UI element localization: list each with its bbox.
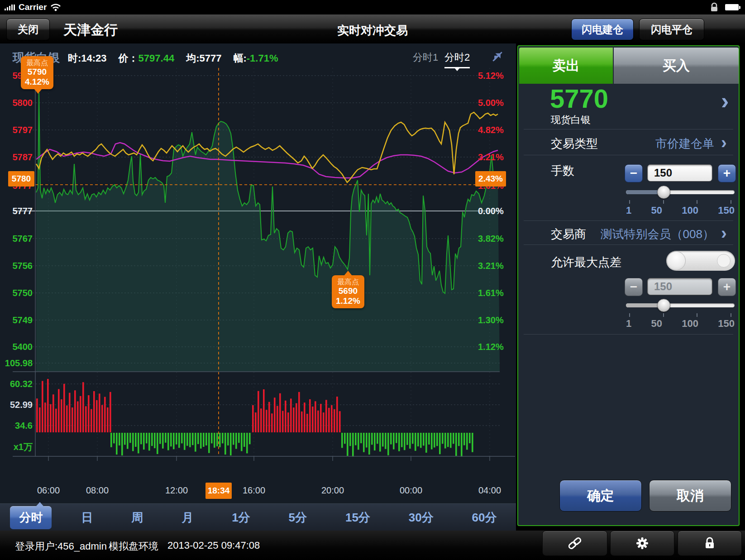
view-tab-fenshi1[interactable]: 分时1 (413, 51, 438, 67)
percent-axis-label: 0.00% (478, 206, 504, 216)
price-axis-label: 5797 (0, 125, 33, 135)
price-chevron-icon[interactable]: › (721, 89, 729, 113)
collapse-arrows-icon[interactable] (492, 51, 503, 62)
period-tab-5[interactable]: 5分 (280, 506, 316, 529)
extreme-point-annotation: 最高点56901.12% (332, 275, 364, 308)
trade-type-chevron-icon[interactable]: › (721, 134, 727, 151)
slider-tick-label: 100 (682, 318, 698, 330)
volume-axis-label: 34.6 (0, 421, 33, 431)
datetime-label: 2013-02-25 09:47:08 (167, 540, 260, 551)
percent-axis-label: 5.00% (478, 98, 504, 108)
slider-tick-label: 1 (626, 318, 631, 330)
percent-axis-label: 1.30% (478, 315, 504, 325)
max-spread-label: 允许最大点差 (551, 254, 621, 270)
spread-plus-button[interactable]: + (718, 278, 736, 296)
flash-open-position-button[interactable]: 闪电建仓 (571, 19, 634, 40)
volume-axis-label: 60.32 (0, 379, 33, 389)
app-window: Carrier 关闭 天津金行 实时对冲交易 闪电建仓 闪电平仓 现货白银 时:… (0, 0, 745, 560)
slider-tick-label: 100 (682, 205, 698, 216)
price-axis-label: 5756 (0, 261, 33, 271)
link-icon (567, 537, 583, 549)
quote-info-segment: 5797.44 (138, 53, 175, 64)
slider-tick-label: 50 (651, 318, 662, 330)
gear-icon (635, 536, 649, 550)
time-axis-label: 16:00 (243, 485, 265, 496)
lock-button[interactable] (678, 531, 742, 556)
status-bar: Carrier (0, 0, 745, 14)
current-price: 5770 (550, 83, 608, 114)
toggle-off-dot (717, 254, 731, 268)
cancel-button[interactable]: 取消 (649, 480, 731, 512)
percent-axis-label: 1.61% (478, 288, 504, 298)
spread-slider[interactable] (626, 299, 735, 311)
trade-type-label: 交易类型 (551, 136, 598, 152)
period-tab-2[interactable]: 周 (122, 506, 152, 529)
trade-type-value[interactable]: 市价建仓单 (655, 136, 714, 152)
price-axis-label: 5787 (0, 152, 33, 162)
logged-in-user: 登录用户:456_admin (15, 540, 107, 553)
signal-strength-icon (5, 4, 15, 10)
quote-info-segment: 时:14:23 (68, 53, 107, 64)
time-axis-label: 06:00 (37, 485, 60, 496)
nav-bar: 关闭 天津金行 实时对冲交易 闪电建仓 闪电平仓 (0, 14, 745, 44)
time-axis-label: 00:00 (400, 485, 422, 496)
slider-tick-label: 1 (626, 205, 631, 216)
percent-axis-label: 5.12% (478, 71, 504, 81)
quote-info-row: 时:14:23价：5797.44均:5777幅:-1.71% (68, 52, 278, 65)
volume-axis-label: x1万 (0, 442, 33, 452)
period-tab-6[interactable]: 15分 (336, 506, 379, 529)
time-marker: 18:34 (205, 483, 232, 499)
time-axis-label: 08:00 (86, 485, 109, 496)
link-button[interactable] (542, 531, 607, 556)
lots-slider-ticks: 150100150 (626, 205, 735, 216)
broker-chevron-icon[interactable]: › (721, 225, 727, 242)
slider-tick-label: 150 (718, 318, 735, 330)
confirm-button[interactable]: 确定 (559, 480, 642, 512)
time-axis-label: 04:00 (478, 485, 501, 496)
price-axis-label: 5777 (0, 206, 33, 216)
percent-axis-label: 4.82% (478, 125, 504, 135)
carrier-label: Carrier (19, 2, 47, 12)
wifi-icon (50, 3, 61, 11)
quote-info-segment: -1.71% (247, 53, 278, 64)
lots-plus-button[interactable]: + (718, 164, 736, 182)
quote-info-segment: 价： (119, 53, 138, 64)
percent-axis-label: 3.82% (478, 234, 504, 244)
battery-icon (725, 4, 740, 10)
period-tab-7[interactable]: 30分 (400, 506, 443, 529)
extreme-point-annotation: 最高点57904.12% (21, 56, 53, 89)
period-tab-3[interactable]: 月 (172, 506, 202, 529)
percent-axis-label: 3.21% (478, 261, 504, 271)
lots-input[interactable]: 150 (647, 164, 712, 182)
percent-axis-label: 1.12% (478, 342, 504, 352)
environment-label: 模拟盘环境 (109, 540, 158, 553)
slider-tick-label: 50 (651, 205, 662, 216)
spread-minus-button[interactable]: − (625, 278, 643, 296)
volume-axis-label: 105.98 (0, 358, 33, 368)
max-spread-toggle[interactable] (666, 251, 735, 271)
current-price-marker-right: 2.43% (475, 171, 506, 187)
lots-slider[interactable] (626, 186, 735, 198)
settings-button[interactable] (610, 531, 674, 556)
chart-canvas (0, 43, 516, 531)
lots-minus-button[interactable]: − (625, 164, 643, 182)
period-tab-bar: 分时日周月1分5分15分30分60分 (0, 503, 516, 531)
period-tab-1[interactable]: 日 (72, 506, 102, 529)
time-axis-label: 12:00 (165, 485, 188, 496)
lots-slider-thumb[interactable] (657, 186, 670, 199)
view-tab-fenshi2[interactable]: 分时2 (444, 51, 470, 68)
chart-region: 现货白银 时:14:23价：5797.44均:5777幅:-1.71% 分时1 … (0, 43, 516, 531)
broker-value[interactable]: 测试特别会员（008） (601, 226, 714, 242)
flash-close-position-button[interactable]: 闪电平仓 (639, 19, 704, 40)
period-tab-4[interactable]: 1分 (223, 506, 259, 529)
toggle-knob[interactable] (667, 251, 686, 270)
panel-instrument-label: 现货白银 (551, 113, 591, 127)
footer-bar: 登录用户:456_admin 模拟盘环境 2013-02-25 09:47:08 (0, 531, 745, 560)
spread-input[interactable]: 150 (647, 278, 712, 295)
buy-tab[interactable]: 买入 (614, 48, 739, 84)
percent-axis-label: 3.21% (478, 152, 504, 162)
spread-slider-thumb[interactable] (657, 299, 670, 312)
period-tab-8[interactable]: 60分 (463, 506, 506, 529)
period-tab-0[interactable]: 分时 (10, 506, 52, 529)
sell-tab[interactable]: 卖出 (519, 48, 613, 84)
